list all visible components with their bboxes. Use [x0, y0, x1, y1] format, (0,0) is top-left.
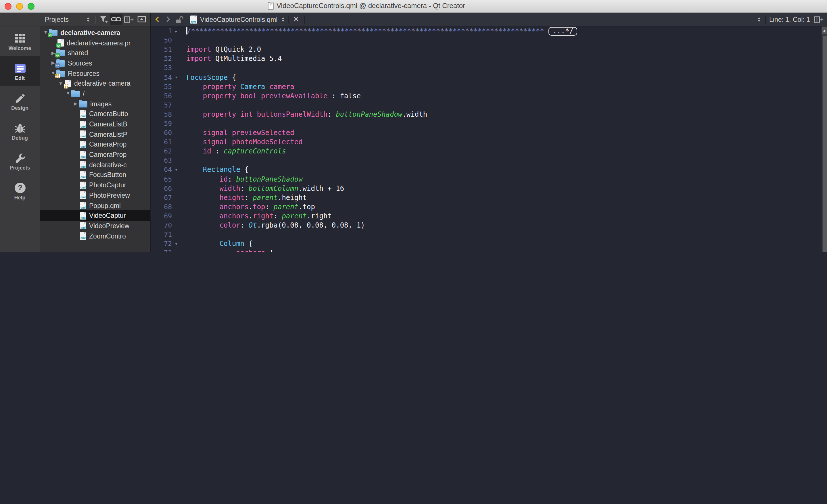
- code-line-65[interactable]: 65 id: buttonPaneShadow: [151, 174, 821, 184]
- tree-item-videopreview[interactable]: qmlVideoPreview: [40, 221, 150, 231]
- split-panel-icon[interactable]: [123, 13, 135, 25]
- code-editor[interactable]: 1▸/*************************************…: [151, 27, 821, 252]
- code-line-55[interactable]: 55 property Camera camera: [151, 82, 821, 91]
- tree-item-declarative-camera[interactable]: ▼declarative-camera: [40, 79, 150, 89]
- code-line-66[interactable]: 66 width: bottomColumn.width + 16: [151, 184, 821, 193]
- tree-item-images[interactable]: ▶images: [40, 99, 150, 109]
- line-number: 54: [151, 73, 172, 81]
- code-line-67[interactable]: 67 height: parent.height: [151, 193, 821, 202]
- close-panel-icon[interactable]: [135, 13, 148, 25]
- mode-design[interactable]: Design: [0, 86, 40, 116]
- tree-item-zoomcontro[interactable]: qmlZoomContro: [40, 231, 150, 241]
- code-line-64[interactable]: 64▾ Rectangle {: [151, 165, 821, 174]
- line-number: 51: [151, 45, 172, 53]
- fold-marker-icon[interactable]: ▾: [172, 241, 181, 246]
- code-line-56[interactable]: 56 property bool previewAvailable : fals…: [151, 91, 821, 100]
- code-line-59[interactable]: 59: [151, 119, 821, 128]
- fold-marker-icon[interactable]: ▾: [172, 251, 181, 252]
- code-line-62[interactable]: 62 id : captureControls: [151, 147, 821, 156]
- fold-marker-icon[interactable]: ▾: [172, 167, 181, 172]
- expander-open-icon[interactable]: ▼: [65, 91, 71, 96]
- code-line-50[interactable]: 50: [151, 36, 821, 45]
- tree-item-videocaptur[interactable]: qmlVideoCaptur: [40, 211, 150, 221]
- document-selector[interactable]: qml VideoCaptureControls.qml: [189, 15, 285, 23]
- code-line-58[interactable]: 58 property int buttonsPanelWidth: butto…: [151, 110, 821, 119]
- code-line-69[interactable]: 69 anchors.right: parent.right: [151, 211, 821, 221]
- mode-edit[interactable]: Edit: [0, 56, 40, 86]
- document-dropdown-icon[interactable]: [280, 16, 285, 23]
- tree-item-camerabutto[interactable]: qmlCameraButto: [40, 109, 150, 119]
- code-line-53[interactable]: 53: [151, 63, 821, 73]
- code-text: Column {: [181, 240, 821, 248]
- folder-icon: Qt: [56, 50, 65, 56]
- tree-item-label: FocusButton: [89, 171, 126, 179]
- tree-item-resources[interactable]: ▼Resources: [40, 68, 150, 79]
- fold-marker-icon[interactable]: ▾: [172, 75, 181, 80]
- split-editor-icon[interactable]: [814, 16, 824, 23]
- tree-item-cameraprop[interactable]: qmlCameraProp: [40, 150, 150, 160]
- fold-marker-icon[interactable]: ▸: [172, 29, 181, 34]
- scrollbar-thumb[interactable]: [822, 35, 827, 252]
- tree-item-declarative-camera-pr[interactable]: Qtdeclarative-camera.pr: [40, 38, 150, 48]
- tree-item-cameralistb[interactable]: qmlCameraListB: [40, 119, 150, 129]
- tree-item-cameraprop[interactable]: qmlCameraProp: [40, 139, 150, 149]
- tree-item-photopreview[interactable]: qmlPhotoPreview: [40, 190, 150, 200]
- tree-item-label: /: [83, 90, 85, 97]
- tree-item-photocaptur[interactable]: qmlPhotoCaptur: [40, 180, 150, 190]
- code-line-63[interactable]: 63: [151, 156, 821, 165]
- tree-item-label: CameraProp: [89, 141, 127, 148]
- mode-debug[interactable]: Debug: [0, 116, 40, 146]
- code-line-68[interactable]: 68 anchors.top: parent.top: [151, 202, 821, 211]
- mode-sidebar: WelcomeEditDesignDebugProjects?Help decl…: [0, 13, 40, 252]
- mode-help[interactable]: ?Help: [0, 176, 40, 206]
- code-line-51[interactable]: 51import QtQuick 2.0: [151, 45, 821, 54]
- tree-item-cameralistp[interactable]: qmlCameraListP: [40, 129, 150, 139]
- code-line-73[interactable]: 73▾ anchors {: [151, 249, 821, 252]
- back-icon[interactable]: [154, 15, 161, 23]
- code-line-54[interactable]: 54▾FocusScope {: [151, 73, 821, 82]
- tree-item-shared[interactable]: ▶Qtshared: [40, 48, 150, 58]
- editor-vertical-scrollbar[interactable]: ▲: [821, 27, 827, 252]
- code-line-71[interactable]: 71: [151, 230, 821, 239]
- code-line-57[interactable]: 57: [151, 101, 821, 110]
- tree-item-focusbutton[interactable]: qmlFocusButton: [40, 170, 150, 180]
- code-line-52[interactable]: 52import QtMultimedia 5.4: [151, 54, 821, 63]
- close-document-icon[interactable]: ✕: [291, 15, 301, 23]
- tree-item-popup-qml[interactable]: qmlPopup.qml: [40, 200, 150, 210]
- line-number: 57: [151, 101, 172, 109]
- mode-label: Design: [11, 105, 29, 111]
- close-window-button[interactable]: [5, 3, 11, 10]
- code-line-70[interactable]: 70 color: Qt.rgba(0.08, 0.08, 0.08, 1): [151, 221, 821, 230]
- mode-welcome[interactable]: Welcome: [0, 27, 40, 56]
- design-icon: [13, 92, 27, 104]
- zoom-window-button[interactable]: [28, 3, 35, 10]
- expander-open-icon[interactable]: ▼: [57, 81, 64, 86]
- panel-selector-sort-icon[interactable]: [82, 13, 94, 25]
- line-number: 64: [151, 166, 172, 174]
- line-number: 68: [151, 203, 172, 211]
- unlocked-icon[interactable]: [175, 15, 183, 23]
- code-text: signal previewSelected: [181, 129, 821, 137]
- expander-closed-icon[interactable]: ▶: [72, 101, 79, 106]
- code-line-60[interactable]: 60 signal previewSelected: [151, 128, 821, 137]
- code-line-72[interactable]: 72▾ Column {: [151, 239, 821, 248]
- filter-icon[interactable]: [97, 13, 110, 25]
- editor-selector-sort-icon[interactable]: [757, 16, 762, 23]
- code-line-1[interactable]: 1▸/*************************************…: [151, 27, 821, 36]
- link-with-editor-icon[interactable]: [110, 13, 123, 25]
- mode-sidebar-top-spacer: [0, 13, 40, 27]
- code-line-61[interactable]: 61 signal photoModeSelected: [151, 137, 821, 147]
- tree-item-[interactable]: ▼/: [40, 89, 150, 99]
- mode-projects[interactable]: Projects: [0, 146, 40, 176]
- code-text: import QtQuick 2.0: [181, 45, 821, 53]
- tree-item-declarative-camera[interactable]: ▼Qtdeclarative-camera: [40, 28, 150, 38]
- code-text: FocusScope {: [181, 73, 821, 81]
- line-number: 53: [151, 64, 172, 72]
- forward-icon[interactable]: [164, 15, 171, 23]
- tree-item-label: ZoomContro: [89, 233, 126, 239]
- minimize-window-button[interactable]: [16, 3, 23, 10]
- scroll-up-icon[interactable]: ▲: [822, 27, 827, 35]
- tree-item-label: Resources: [68, 70, 99, 77]
- tree-item-declarative-c[interactable]: qmldeclarative-c: [40, 160, 150, 170]
- tree-item-sources[interactable]: ▶C+Sources: [40, 58, 150, 68]
